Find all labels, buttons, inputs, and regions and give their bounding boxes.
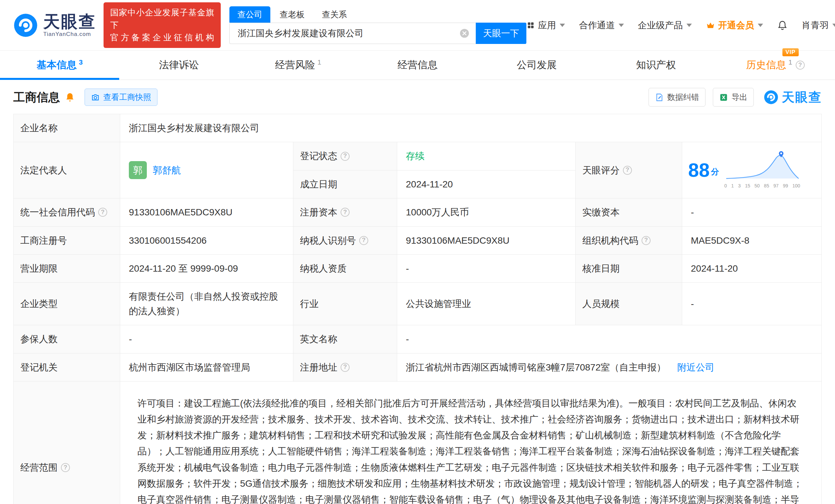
page: 天眼查 TianYanCha.com 国家中小企业发展子基金旗下 官方备案企业征… bbox=[0, 0, 835, 504]
search-button[interactable]: 天眼一下 bbox=[476, 23, 526, 44]
company-type-label: 企业类型 bbox=[14, 283, 120, 325]
tianyancha-logo-icon bbox=[764, 90, 778, 104]
gov-badge-line1: 国家中小企业发展子基金旗下 bbox=[110, 6, 214, 31]
reg-status-value: 存续 bbox=[397, 142, 576, 170]
tab-intellectual-property[interactable]: 知识产权 bbox=[596, 51, 715, 80]
approval-date-label: 核准日期 bbox=[576, 255, 682, 282]
search-tab-relation[interactable]: 查关系 bbox=[314, 6, 355, 23]
tyc-score-value: 88 分 0131550859799100 bbox=[682, 142, 821, 198]
nav-apps[interactable]: 应用 bbox=[526, 19, 565, 31]
tab-label: 经营风险 bbox=[275, 58, 315, 72]
reg-number-label: 工商注册号 bbox=[14, 227, 120, 254]
nearby-companies-link[interactable]: 附近公司 bbox=[677, 360, 714, 375]
search-tab-boss[interactable]: 查老板 bbox=[272, 6, 313, 23]
help-icon[interactable] bbox=[359, 236, 368, 245]
chevron-down-icon bbox=[758, 24, 763, 27]
taxpayer-quality-label: 纳税人资质 bbox=[293, 255, 397, 282]
tab-basic-info[interactable]: 基本信息 3 bbox=[0, 51, 119, 80]
tab-legal-litigation[interactable]: 法律诉讼 bbox=[119, 51, 238, 80]
score-number: 88 分 bbox=[688, 160, 719, 180]
gov-credential-badge: 国家中小企业发展子基金旗下 官方备案企业征信机构 bbox=[104, 2, 221, 48]
reg-status-label: 登记状态 bbox=[293, 142, 397, 170]
business-scope-label: 经营范围 bbox=[14, 382, 120, 504]
taxpayer-id-label: 纳税人识别号 bbox=[293, 227, 397, 254]
nav-cooperation[interactable]: 合作通道 bbox=[579, 19, 624, 31]
help-icon[interactable] bbox=[341, 152, 350, 161]
section-actions: 数据纠错 导出 天眼查 bbox=[649, 88, 822, 106]
staff-size-value: - bbox=[682, 283, 821, 325]
reg-authority-value: 杭州市西湖区市场监督管理局 bbox=[120, 354, 293, 381]
tab-count: 1 bbox=[788, 58, 792, 66]
tab-history-info[interactable]: VIP 历史信息 1 bbox=[716, 51, 835, 80]
tab-label: 公司发展 bbox=[517, 58, 557, 72]
logo-subtitle: TianYanCha.com bbox=[43, 31, 96, 38]
nav-enterprise-products[interactable]: 企业级产品 bbox=[638, 19, 692, 31]
english-name-label: 英文名称 bbox=[293, 325, 397, 353]
english-name-value: - bbox=[397, 325, 821, 353]
search-box: 天眼一下 bbox=[229, 23, 526, 44]
section-title: 工商信息 bbox=[13, 89, 60, 105]
tab-label: 经营信息 bbox=[398, 58, 437, 72]
business-snapshot-button[interactable]: 查看工商快照 bbox=[85, 88, 158, 106]
chevron-down-icon bbox=[618, 24, 624, 27]
help-icon[interactable] bbox=[61, 463, 70, 472]
table-row: 企业名称 浙江国央乡村发展建设有限公司 bbox=[14, 114, 821, 142]
tab-operation-risk[interactable]: 经营风险 1 bbox=[239, 51, 358, 80]
reg-capital-label: 注册资本 bbox=[293, 198, 397, 226]
subscribe-bell-icon[interactable] bbox=[65, 92, 75, 103]
section-head: 工商信息 查看工商快照 数据纠错 导出 天眼查 bbox=[0, 80, 835, 114]
tianyancha-logo[interactable]: 天眼查 TianYanCha.com bbox=[13, 13, 96, 38]
help-icon[interactable] bbox=[341, 208, 350, 217]
company-detail-tabs: 基本信息 3 法律诉讼 经营风险 1 经营信息 公司发展 知识产权 VIP 历史… bbox=[0, 51, 835, 80]
approval-date-value: 2024-11-20 bbox=[682, 255, 821, 282]
table-row: 企业类型 有限责任公司（非自然人投资或控股的法人独资） 行业 公共设施管理业 人… bbox=[14, 283, 821, 325]
tab-label: 法律诉讼 bbox=[159, 58, 199, 72]
establish-date-label: 成立日期 bbox=[293, 170, 397, 198]
chevron-down-icon bbox=[687, 24, 692, 27]
export-button[interactable]: 导出 bbox=[713, 88, 754, 106]
help-icon[interactable] bbox=[796, 61, 805, 69]
export-button-label: 导出 bbox=[731, 92, 748, 103]
help-icon[interactable] bbox=[623, 166, 632, 175]
help-icon[interactable] bbox=[641, 236, 651, 245]
legal-rep-link[interactable]: 郭舒航 bbox=[153, 163, 181, 177]
status-date-group: 登记状态 存续 成立日期 2024-11-20 bbox=[293, 142, 576, 198]
snapshot-button-label: 查看工商快照 bbox=[103, 92, 151, 103]
reg-address-value: 浙江省杭州市西湖区西城博司铭座3幢7层70872室（自主申报） 附近公司 bbox=[397, 354, 821, 381]
chevron-down-icon bbox=[832, 24, 835, 27]
nav-apps-label: 应用 bbox=[538, 19, 556, 31]
user-menu[interactable]: 肖青羽 bbox=[802, 19, 835, 31]
clear-icon[interactable] bbox=[459, 28, 470, 39]
search-area: 查公司 查老板 查关系 天眼一下 bbox=[229, 6, 526, 44]
notification-bell-icon[interactable] bbox=[777, 20, 788, 31]
insured-count-label: 参保人数 bbox=[14, 325, 120, 353]
reg-address-label: 注册地址 bbox=[293, 354, 397, 381]
help-icon[interactable] bbox=[341, 363, 350, 372]
vip-badge: VIP bbox=[782, 48, 798, 56]
tab-label: 知识产权 bbox=[636, 58, 676, 72]
paid-capital-label: 实缴资本 bbox=[576, 198, 682, 226]
org-code-label: 组织机构代码 bbox=[576, 227, 682, 254]
industry-value: 公共设施管理业 bbox=[397, 283, 576, 325]
search-input[interactable] bbox=[230, 23, 476, 44]
tianyancha-watermark: 天眼查 bbox=[764, 89, 822, 106]
paid-capital-value: - bbox=[682, 198, 821, 226]
table-row: 经营范围 许可项目：建设工程施工(依法须经批准的项目，经相关部门批准后方可开展经… bbox=[14, 382, 821, 504]
tab-company-development[interactable]: 公司发展 bbox=[477, 51, 596, 80]
nav-open-membership[interactable]: 开通会员 bbox=[706, 19, 763, 31]
tab-count: 3 bbox=[79, 58, 83, 66]
company-type-value: 有限责任公司（非自然人投资或控股的法人独资） bbox=[120, 283, 293, 325]
taxpayer-id-value: 91330106MAE5DC9X8U bbox=[397, 227, 576, 254]
taxpayer-quality-value: - bbox=[397, 255, 576, 282]
crown-icon bbox=[706, 21, 715, 30]
nav-cooperation-label: 合作通道 bbox=[579, 19, 615, 31]
gov-badge-line2: 官方备案企业征信机构 bbox=[110, 31, 214, 44]
data-correction-button[interactable]: 数据纠错 bbox=[649, 88, 706, 106]
table-row: 法定代表人 郭 郭舒航 登记状态 存续 成立日期 2024-11-20 天眼评分… bbox=[14, 142, 821, 198]
search-tab-company[interactable]: 查公司 bbox=[229, 6, 270, 23]
tab-operation-info[interactable]: 经营信息 bbox=[358, 51, 477, 80]
help-icon[interactable] bbox=[98, 208, 107, 217]
reg-number-value: 330106001554206 bbox=[120, 227, 293, 254]
tyc-score-label: 天眼评分 bbox=[576, 142, 682, 198]
legal-rep-avatar[interactable]: 郭 bbox=[129, 161, 147, 179]
